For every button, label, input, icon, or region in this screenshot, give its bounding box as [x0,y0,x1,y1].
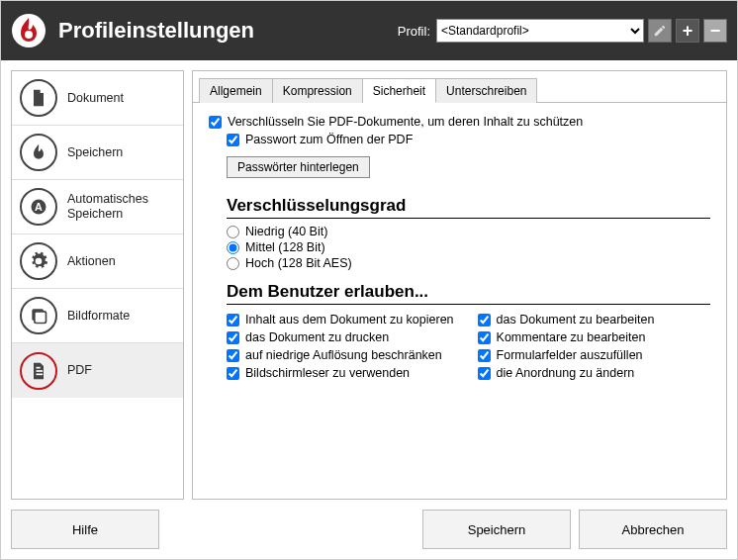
content-panel: Allgemein Kompression Sicherheit Untersc… [192,70,727,500]
perm-screenreader-row[interactable]: Bildschirmleser zu verwenden [227,366,454,380]
image-stack-icon [20,297,57,334]
tab-body-security: Verschlüsseln Sie PDF-Dokumente, um dere… [193,103,726,499]
perm-comments-checkbox[interactable] [478,331,491,344]
perm-edit-row[interactable]: das Dokument zu bearbeiten [478,313,655,327]
tab-security[interactable]: Sicherheit [363,78,436,103]
sidebar-item-imageformats[interactable]: Bildformate [12,289,183,343]
perm-order-row[interactable]: die Anordnung zu ändern [478,366,655,380]
perm-print-checkbox[interactable] [227,331,239,344]
sidebar-item-save[interactable]: Speichern [12,126,183,180]
store-passwords-button[interactable]: Passwörter hinterlegen [227,156,370,178]
level-high-row[interactable]: Hoch (128 Bit AES) [227,256,710,270]
perm-print-row[interactable]: das Dokument zu drucken [227,330,454,344]
encrypt-checkbox[interactable] [209,116,222,129]
pdf-icon [20,352,57,390]
window-title: Profileinstellungen [58,18,254,44]
remove-profile-button[interactable]: − [703,19,727,43]
section-rule [227,304,710,305]
tabs: Allgemein Kompression Sicherheit Untersc… [193,71,726,103]
perm-forms-label: Formularfelder auszufüllen [497,348,643,362]
perm-forms-row[interactable]: Formularfelder auszufüllen [478,348,655,362]
level-low-label: Niedrig (40 Bit) [245,225,327,238]
level-medium-label: Mittel (128 Bit) [245,240,325,254]
svg-rect-6 [37,370,44,372]
autosave-icon: A [20,188,57,226]
sidebar-item-label: PDF [67,363,92,378]
permissions-col-left: Inhalt aus dem Dokument zu kopieren das … [227,311,454,382]
titlebar: Profileinstellungen Profil: <Standardpro… [1,1,737,60]
sidebar-item-actions[interactable]: Aktionen [12,234,183,289]
footer: Hilfe Speichern Abbrechen [1,500,737,559]
perm-copy-label: Inhalt aus dem Dokument zu kopieren [245,313,454,327]
tab-general[interactable]: Allgemein [199,78,273,103]
perm-lowres-label: auf niedrige Auflösung beschränken [245,348,442,362]
sidebar-item-document[interactable]: Dokument [12,71,183,126]
svg-rect-5 [35,312,46,324]
svg-text:A: A [35,201,43,213]
sidebar-item-label: Aktionen [67,254,116,269]
gear-icon [20,242,57,280]
flame-icon [20,134,57,171]
section-rule [227,218,710,219]
perm-copy-row[interactable]: Inhalt aus dem Dokument zu kopieren [227,313,454,327]
tab-sign[interactable]: Unterschreiben [436,78,537,103]
perm-lowres-row[interactable]: auf niedrige Auflösung beschränken [227,348,454,362]
sidebar: Dokument Speichern A Automatisches Speic… [11,70,184,500]
level-low-row[interactable]: Niedrig (40 Bit) [227,225,710,238]
perm-order-checkbox[interactable] [478,367,491,380]
perm-edit-label: das Dokument zu bearbeiten [497,313,655,327]
svg-rect-7 [37,373,44,375]
profile-select[interactable]: <Standardprofil> [436,19,644,43]
document-icon [20,79,57,117]
perm-lowres-checkbox[interactable] [227,349,239,362]
profile-settings-window: Profileinstellungen Profil: <Standardpro… [0,0,738,560]
encrypt-label: Verschlüsseln Sie PDF-Dokumente, um dere… [228,115,583,129]
tab-compression[interactable]: Kompression [273,78,363,103]
perm-copy-checkbox[interactable] [227,314,239,327]
open-password-label: Passwort zum Öffnen der PDF [245,133,413,146]
svg-rect-8 [37,366,41,368]
body: Dokument Speichern A Automatisches Speic… [1,60,737,500]
sidebar-item-label: Automatisches Speichern [67,192,175,222]
level-high-label: Hoch (128 Bit AES) [245,256,352,270]
allow-heading: Dem Benutzer erlauben... [227,282,710,302]
perm-print-label: das Dokument zu drucken [245,330,389,344]
perm-comments-label: Kommentare zu bearbeiten [497,330,646,344]
level-medium-radio[interactable] [227,241,239,254]
save-button[interactable]: Speichern [422,510,571,549]
permissions-col-right: das Dokument zu bearbeiten Kommentare zu… [478,311,655,382]
level-high-radio[interactable] [227,257,239,270]
open-password-checkbox[interactable] [227,134,239,146]
profile-label: Profil: [398,24,430,39]
add-profile-button[interactable]: + [676,19,699,43]
cancel-button[interactable]: Abbrechen [579,510,727,549]
perm-screenreader-checkbox[interactable] [227,367,239,380]
perm-edit-checkbox[interactable] [478,314,491,327]
level-medium-row[interactable]: Mittel (128 Bit) [227,240,710,254]
encryption-level-group: Niedrig (40 Bit) Mittel (128 Bit) Hoch (… [227,225,710,270]
permissions-grid: Inhalt aus dem Dokument zu kopieren das … [227,311,710,382]
sidebar-item-label: Speichern [67,145,123,160]
sidebar-item-label: Dokument [67,91,124,106]
app-logo-icon [11,13,46,48]
sidebar-item-label: Bildformate [67,309,130,324]
help-button[interactable]: Hilfe [11,510,159,549]
sidebar-item-pdf[interactable]: PDF [12,343,183,398]
perm-screenreader-label: Bildschirmleser zu verwenden [245,366,410,380]
svg-point-1 [25,31,33,39]
sidebar-item-autosave[interactable]: A Automatisches Speichern [12,180,183,234]
pencil-icon [653,24,667,38]
encrypt-checkbox-row[interactable]: Verschlüsseln Sie PDF-Dokumente, um dere… [209,115,710,129]
level-low-radio[interactable] [227,226,239,238]
edit-profile-button[interactable] [648,19,672,43]
perm-comments-row[interactable]: Kommentare zu bearbeiten [478,330,655,344]
open-password-checkbox-row[interactable]: Passwort zum Öffnen der PDF [227,133,710,146]
encryption-level-heading: Verschlüsselungsgrad [227,196,710,216]
perm-order-label: die Anordnung zu ändern [497,366,635,380]
perm-forms-checkbox[interactable] [478,349,491,362]
